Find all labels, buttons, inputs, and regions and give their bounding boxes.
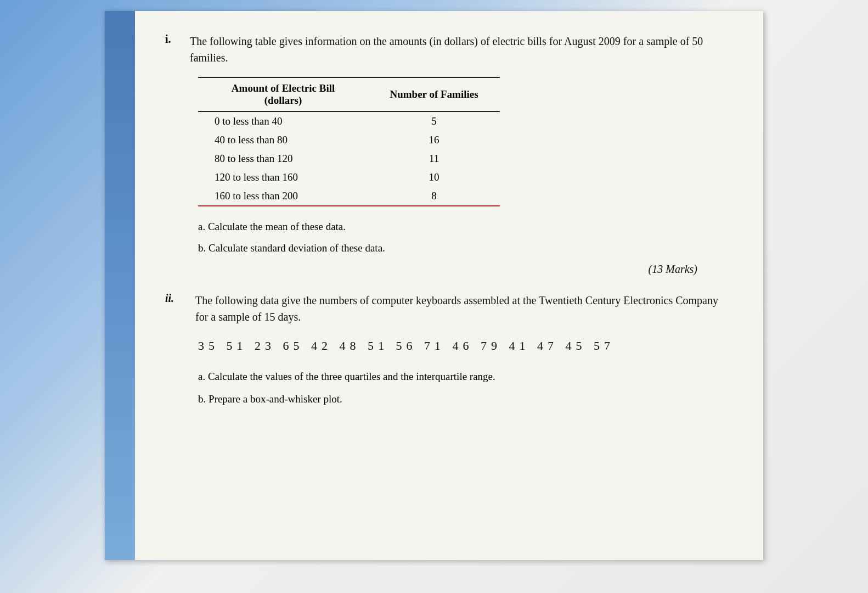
col2-header: Number of Families — [368, 77, 500, 111]
sub-questions-i: a. Calculate the mean of these data. b. … — [198, 217, 730, 258]
table-header-row: Amount of Electric Bill (dollars) Number… — [198, 77, 500, 111]
question-ii: ii. The following data give the numbers … — [165, 292, 730, 409]
data-values: 35 51 23 65 42 48 51 56 71 46 79 41 47 4… — [198, 339, 730, 353]
table-cell-count: 10 — [368, 168, 500, 187]
col1-header: Amount of Electric Bill (dollars) — [198, 77, 368, 111]
question-i-header: i. The following table gives information… — [165, 33, 730, 66]
sub-a-ii: a. Calculate the values of the three qua… — [198, 367, 730, 387]
marks: (13 Marks) — [165, 263, 697, 276]
col1-header-line2: (dollars) — [264, 94, 302, 106]
table-row: 120 to less than 16010 — [198, 168, 500, 187]
sub-questions-ii: a. Calculate the values of the three qua… — [198, 367, 730, 409]
main-content: i. The following table gives information… — [165, 33, 730, 410]
question-i-text: The following table gives information on… — [190, 33, 730, 66]
table-cell-count: 11 — [368, 149, 500, 168]
table-cell-count: 16 — [368, 131, 500, 149]
sub-b-ii: b. Prepare a box-and-whisker plot. — [198, 389, 730, 409]
table-cell-range: 40 to less than 80 — [198, 131, 368, 149]
table-cell-count: 5 — [368, 111, 500, 131]
question-ii-text: The following data give the numbers of c… — [195, 292, 730, 325]
table-cell-range: 0 to less than 40 — [198, 111, 368, 131]
question-i-label: i. — [165, 33, 182, 46]
electric-bill-table: Amount of Electric Bill (dollars) Number… — [198, 77, 500, 206]
table-cell-range: 120 to less than 160 — [198, 168, 368, 187]
sub-a-i: a. Calculate the mean of these data. — [198, 217, 730, 236]
table-row: 160 to less than 2008 — [198, 187, 500, 206]
table-row: 40 to less than 8016 — [198, 131, 500, 149]
left-bar — [105, 11, 135, 560]
question-ii-label: ii. — [165, 292, 187, 305]
question-i: i. The following table gives information… — [165, 33, 730, 276]
table-cell-range: 80 to less than 120 — [198, 149, 368, 168]
question-ii-header: ii. The following data give the numbers … — [165, 292, 730, 325]
table-body: 0 to less than 40540 to less than 801680… — [198, 111, 500, 206]
table-row: 80 to less than 12011 — [198, 149, 500, 168]
table-cell-count: 8 — [368, 187, 500, 206]
sub-b-i: b. Calculate standard deviation of these… — [198, 239, 730, 258]
table-cell-range: 160 to less than 200 — [198, 187, 368, 206]
page-container: i. The following table gives information… — [105, 11, 763, 560]
col1-header-line1: Amount of Electric Bill — [232, 82, 335, 94]
table-row: 0 to less than 405 — [198, 111, 500, 131]
